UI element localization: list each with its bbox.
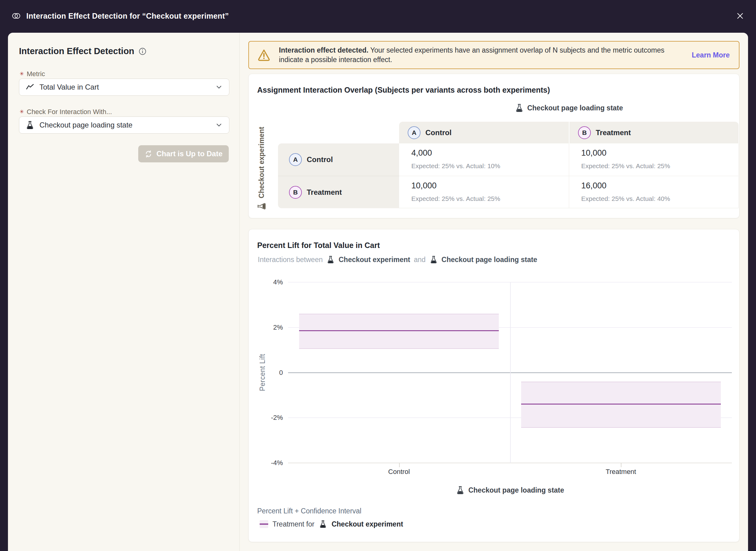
info-icon[interactable] (138, 47, 146, 55)
results-panel: Interaction effect detected. Your select… (240, 33, 748, 551)
column-header-control: A Control (399, 122, 569, 143)
interaction-warning-banner: Interaction effect detected. Your select… (248, 41, 739, 69)
chart-subtitle: Interactions between Checkout experiment… (258, 254, 537, 265)
flask-icon (456, 486, 465, 495)
flask-icon (429, 255, 438, 264)
row-header-control: A Control (278, 143, 399, 176)
modal-titlebar: Interaction Effect Detection for “Checko… (0, 0, 756, 32)
y-tick-labels: 4%2%0-2%-4% (249, 282, 283, 463)
row-experiment-label: Checkout experiment (252, 123, 271, 215)
chart-up-to-date-button[interactable]: Chart is Up to Date (138, 145, 229, 162)
x-tick-label: Control (388, 468, 410, 476)
x-axis-experiment-label: Checkout page loading state (288, 486, 732, 495)
mean-lift-line (299, 330, 499, 331)
flask-icon (326, 255, 335, 264)
modal-card: Interaction Effect Detection ✳ Metric To… (8, 33, 748, 551)
y-tick-label: 2% (273, 324, 283, 332)
interaction-select[interactable]: Checkout page loading state (19, 116, 230, 134)
learn-more-link[interactable]: Learn More (692, 51, 730, 59)
x-tick-label: Treatment (606, 468, 636, 476)
column-experiment-label: Checkout page loading state (399, 103, 739, 112)
panel-heading: Interaction Effect Detection (19, 46, 134, 56)
warning-icon (257, 48, 271, 62)
assignment-overlap-card: Assignment Interaction Overlap (Subjects… (248, 74, 739, 218)
confidence-band (299, 314, 499, 349)
y-tick-label: -4% (271, 459, 283, 467)
cell-control-control: 4,000 Expected: 25% vs. Actual: 10% (399, 143, 569, 176)
row-headers: A Control B Treatment (278, 143, 399, 208)
metric-select[interactable]: Total Value in Cart (19, 79, 230, 96)
metric-select-value: Total Value in Cart (39, 83, 210, 91)
config-panel: Interaction Effect Detection ✳ Metric To… (8, 33, 240, 551)
plot-area (288, 282, 732, 463)
variant-badge-a: A (408, 126, 420, 139)
flask-icon (319, 520, 327, 528)
cell-treatment-control: 10,000 Expected: 25% vs. Actual: 25% (399, 176, 569, 208)
y-tick-label: 4% (273, 278, 283, 286)
x-axis-tick (399, 463, 400, 467)
x-axis-tick (621, 463, 622, 467)
required-marker: ✳ (20, 71, 24, 76)
flask-icon (25, 120, 35, 130)
sync-icon (144, 150, 152, 158)
y-tick-label: 0 (279, 369, 283, 377)
y-tick-label: -2% (271, 414, 283, 422)
variant-badge-b: B (578, 126, 591, 139)
percent-lift-card: Percent Lift for Total Value in Cart Int… (248, 229, 739, 542)
flask-icon (257, 201, 266, 211)
modal-title: Interaction Effect Detection for “Checko… (26, 12, 229, 20)
close-icon[interactable] (735, 10, 746, 21)
overlap-title: Assignment Interaction Overlap (Subjects… (257, 86, 550, 94)
metric-icon (25, 83, 35, 92)
venn-diagram-icon (12, 11, 21, 20)
confidence-interval-swatch (260, 520, 268, 528)
x-tick-labels: ControlTreatment (288, 468, 732, 477)
variant-badge-b: B (289, 186, 302, 199)
interaction-field-label: ✳ Check For Interaction With... (20, 108, 112, 116)
variant-badge-a: A (289, 153, 302, 166)
chevron-down-icon (215, 83, 223, 91)
required-marker: ✳ (20, 109, 24, 114)
overlap-cells: 4,000 Expected: 25% vs. Actual: 10% 10,0… (399, 143, 739, 208)
cell-control-treatment: 10,000 Expected: 25% vs. Actual: 25% (569, 143, 739, 176)
cell-treatment-treatment: 16,000 Expected: 25% vs. Actual: 40% (569, 176, 739, 208)
interaction-select-value: Checkout page loading state (39, 121, 210, 129)
column-headers: A Control B Treatment (399, 122, 739, 143)
mean-lift-line (521, 404, 721, 405)
category-divider (510, 282, 511, 463)
column-header-treatment: B Treatment (569, 122, 739, 143)
chevron-down-icon (215, 121, 223, 129)
legend-title: Percent Lift + Confidence Interval (257, 507, 362, 515)
chart-title: Percent Lift for Total Value in Cart (257, 241, 380, 250)
flask-icon (515, 103, 524, 112)
warning-text: Interaction effect detected. Your select… (279, 46, 680, 64)
row-header-treatment: B Treatment (278, 176, 399, 208)
confidence-band (521, 382, 721, 428)
legend-item: Treatment for Checkout experiment (260, 520, 403, 528)
metric-field-label: ✳ Metric (20, 70, 45, 78)
